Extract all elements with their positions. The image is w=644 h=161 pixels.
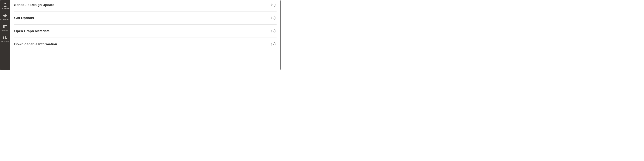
sidebar-item-reports[interactable]: REPORTS	[0, 34, 10, 44]
accordion-title: Open Graph Metadata	[14, 29, 50, 33]
svg-rect-1	[4, 16, 4, 17]
accordion-downloadable-information[interactable]: Downloadable Information	[14, 38, 276, 51]
svg-rect-7	[6, 38, 7, 39]
svg-rect-5	[4, 36, 4, 39]
sidebar-item-content[interactable]: CONTENT	[0, 23, 10, 34]
megaphone-icon	[3, 13, 7, 18]
chevron-down-icon	[271, 29, 276, 33]
sidebar-item-label: CONTENT	[1, 30, 9, 32]
accordion-title: Schedule Design Update	[14, 3, 54, 7]
accordion-open-graph-metadata[interactable]: Open Graph Metadata	[14, 24, 276, 38]
svg-point-0	[4, 3, 6, 4]
svg-rect-4	[4, 26, 5, 28]
sidebar: CUSTOMERS MARKETING CONTENT	[0, 0, 10, 70]
person-icon	[4, 2, 7, 7]
layout-icon	[3, 24, 7, 29]
chevron-down-icon	[271, 3, 276, 7]
svg-rect-6	[5, 36, 6, 39]
sidebar-item-label: CUSTOMERS	[0, 8, 10, 10]
bar-chart-icon	[3, 35, 7, 40]
chevron-down-icon	[271, 42, 276, 46]
accordion-title: Gift Options	[14, 16, 34, 20]
accordion-gift-options[interactable]: Gift Options	[14, 12, 276, 24]
svg-rect-3	[4, 25, 7, 26]
main-content: Schedule Design Update Gift Options Open…	[10, 0, 280, 70]
accordion-title: Downloadable Information	[14, 42, 57, 46]
sidebar-item-label: MARKETING	[0, 19, 10, 20]
chevron-down-icon	[271, 16, 276, 20]
accordion-schedule-design-update[interactable]: Schedule Design Update	[14, 0, 276, 12]
sidebar-item-marketing[interactable]: MARKETING	[0, 12, 10, 23]
sidebar-item-customers[interactable]: CUSTOMERS	[0, 1, 10, 12]
sidebar-item-label: REPORTS	[1, 40, 9, 42]
